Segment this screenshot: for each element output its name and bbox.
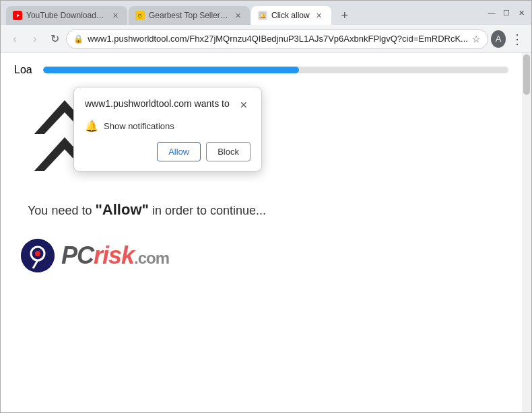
address-text: www1.pushworldtool.com/Fhx27jMQrnzu4QIBe… [88, 34, 468, 44]
svg-text:🔔: 🔔 [260, 13, 266, 19]
logo-com: .com [134, 249, 169, 267]
tab-title-gearbest: Gearbest Top Seller - Dive... [149, 11, 228, 20]
address-bar[interactable]: 🔒 www1.pushworldtool.com/Fhx27jMQrnzu4QI… [66, 29, 488, 49]
refresh-button[interactable]: ↻ [46, 29, 64, 49]
allow-text-suffix: in order to continue... [149, 204, 266, 217]
nav-bar: ‹ › ↻ 🔒 www1.pushworldtool.com/Fhx27jMQr… [1, 25, 531, 53]
bell-icon: 🔔 [85, 120, 98, 133]
scrollbar[interactable] [522, 53, 531, 412]
allow-text-prefix: You need to [28, 204, 95, 217]
dialog-header: www1.pushworldtool.com wants to ✕ [85, 98, 251, 112]
logo-risk: risk [94, 241, 134, 269]
dialog-close-button[interactable]: ✕ [237, 98, 251, 112]
tab-close-gearbest[interactable]: ✕ [232, 10, 243, 21]
tab-clickallow[interactable]: 🔔 Click allow ✕ [251, 6, 331, 25]
favicon-gearbest: G [135, 11, 145, 20]
tab-youtube[interactable]: YouTube Downloader - D... ✕ [6, 6, 127, 25]
permission-dialog: www1.pushworldtool.com wants to ✕ 🔔 Show… [73, 87, 262, 172]
window-controls: — ☐ ✕ [487, 8, 526, 17]
tab-close-youtube[interactable]: ✕ [110, 10, 121, 21]
scrollbar-thumb[interactable] [523, 54, 530, 95]
loading-area: Loa [1, 53, 522, 87]
logo-pc: PC [61, 241, 94, 269]
favicon-youtube [13, 11, 22, 20]
tab-title-youtube: YouTube Downloader - D... [26, 11, 106, 20]
maximize-button[interactable]: ☐ [502, 8, 511, 17]
pcrisk-logo-text: PCrisk.com [61, 241, 169, 270]
tab-gearbest[interactable]: G Gearbest Top Seller - Dive... ✕ [129, 6, 250, 25]
back-button[interactable]: ‹ [6, 29, 24, 49]
svg-point-10 [35, 251, 40, 256]
profile-button[interactable]: A [491, 30, 506, 48]
favicon-clickallow: 🔔 [258, 11, 267, 20]
block-button[interactable]: Block [206, 142, 251, 161]
allow-text-main: "Allow" [95, 201, 149, 218]
bookmark-icon[interactable]: ☆ [472, 34, 481, 44]
pcrisk-logo: PCrisk.com [1, 225, 522, 286]
progress-bar-fill [43, 67, 299, 73]
webpage: Loa You need to "Allow" in order to cont… [1, 53, 531, 412]
allow-message: You need to "Allow" in order to continue… [1, 181, 522, 225]
progress-bar [43, 67, 508, 73]
tab-strip: YouTube Downloader - D... ✕ G Gearbest T… [6, 1, 481, 25]
new-tab-button[interactable]: + [335, 6, 354, 25]
dialog-buttons: Allow Block [85, 142, 251, 161]
lock-icon: 🔒 [73, 34, 84, 44]
pcrisk-logo-icon [21, 239, 55, 272]
dialog-title: www1.pushworldtool.com wants to [85, 98, 230, 109]
svg-text:G: G [138, 13, 141, 18]
dialog-permission-row: 🔔 Show notifications [85, 120, 251, 133]
tab-close-clickallow[interactable]: ✕ [314, 10, 325, 21]
loading-label: Loa [14, 64, 32, 76]
minimize-button[interactable]: — [487, 8, 496, 17]
permission-text: Show notifications [104, 121, 174, 131]
close-window-button[interactable]: ✕ [517, 8, 526, 17]
title-bar: YouTube Downloader - D... ✕ G Gearbest T… [1, 1, 531, 25]
tab-title-clickallow: Click allow [271, 11, 310, 20]
more-options-button[interactable]: ⋮ [508, 29, 526, 49]
allow-button[interactable]: Allow [157, 142, 201, 161]
forward-button[interactable]: › [26, 29, 44, 49]
browser-window: YouTube Downloader - D... ✕ G Gearbest T… [0, 0, 532, 413]
